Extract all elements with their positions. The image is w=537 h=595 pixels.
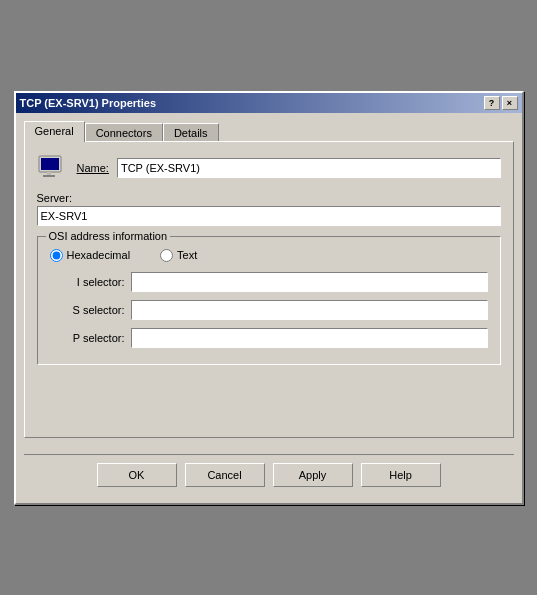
close-title-button[interactable]: × bbox=[502, 96, 518, 110]
i-selector-label: I selector: bbox=[50, 276, 125, 288]
computer-icon bbox=[37, 154, 69, 182]
bottom-buttons: OK Cancel Apply Help bbox=[24, 454, 514, 495]
title-bar-buttons: ? × bbox=[484, 96, 518, 110]
radio-row: Hexadecimal Text bbox=[50, 249, 488, 262]
title-bar: TCP (EX-SRV1) Properties ? × bbox=[16, 93, 522, 113]
svg-rect-3 bbox=[43, 175, 55, 177]
radio-text-option[interactable]: Text bbox=[160, 249, 197, 262]
tab-details[interactable]: Details bbox=[163, 123, 219, 143]
svg-rect-1 bbox=[41, 158, 59, 170]
i-selector-input[interactable] bbox=[131, 272, 488, 292]
name-row: Name: bbox=[37, 154, 501, 182]
title-bar-text: TCP (EX-SRV1) Properties bbox=[20, 97, 157, 109]
s-selector-input[interactable] bbox=[131, 300, 488, 320]
osi-legend: OSI address information bbox=[46, 230, 171, 242]
server-input[interactable] bbox=[37, 206, 501, 226]
ok-button[interactable]: OK bbox=[97, 463, 177, 487]
server-section: Server: bbox=[37, 192, 501, 226]
tab-connectors[interactable]: Connectors bbox=[85, 123, 163, 143]
radio-hex-option[interactable]: Hexadecimal bbox=[50, 249, 131, 262]
tab-content: Name: Server: OSI address information He… bbox=[24, 141, 514, 438]
cancel-button[interactable]: Cancel bbox=[185, 463, 265, 487]
p-selector-input[interactable] bbox=[131, 328, 488, 348]
window-title: TCP (EX-SRV1) Properties bbox=[20, 97, 157, 109]
name-input[interactable] bbox=[117, 158, 501, 178]
tab-general[interactable]: General bbox=[24, 121, 85, 142]
spacer bbox=[37, 365, 501, 425]
s-selector-label: S selector: bbox=[50, 304, 125, 316]
p-selector-label: P selector: bbox=[50, 332, 125, 344]
window-body: General Connectors Details Name: bbox=[16, 113, 522, 503]
i-selector-row: I selector: bbox=[50, 272, 488, 292]
radio-text[interactable] bbox=[160, 249, 173, 262]
radio-hex-label: Hexadecimal bbox=[67, 249, 131, 261]
apply-button[interactable]: Apply bbox=[273, 463, 353, 487]
radio-hex[interactable] bbox=[50, 249, 63, 262]
name-label: Name: bbox=[77, 162, 109, 174]
svg-rect-2 bbox=[47, 172, 51, 175]
p-selector-row: P selector: bbox=[50, 328, 488, 348]
help-button[interactable]: Help bbox=[361, 463, 441, 487]
tab-bar: General Connectors Details bbox=[24, 121, 514, 141]
help-title-button[interactable]: ? bbox=[484, 96, 500, 110]
properties-dialog: TCP (EX-SRV1) Properties ? × General Con… bbox=[14, 91, 524, 505]
radio-text-label: Text bbox=[177, 249, 197, 261]
osi-group: OSI address information Hexadecimal Text bbox=[37, 236, 501, 365]
server-label: Server: bbox=[37, 192, 501, 204]
s-selector-row: S selector: bbox=[50, 300, 488, 320]
